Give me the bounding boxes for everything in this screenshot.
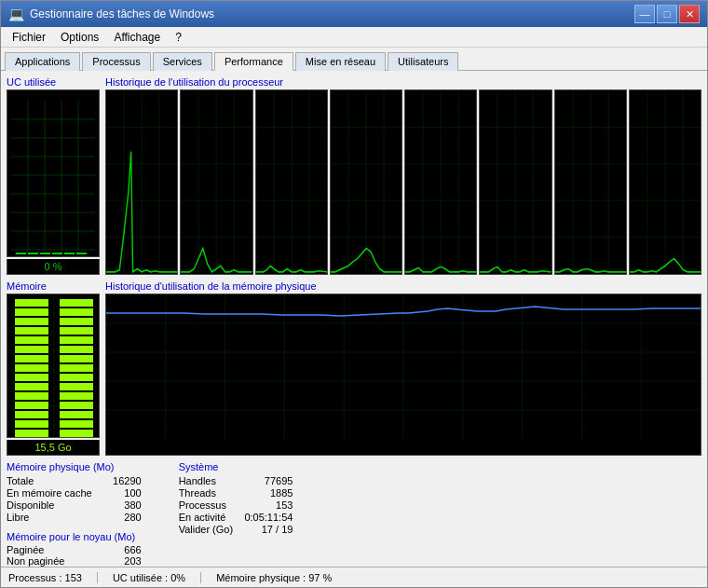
uc-bar-graph	[11, 101, 95, 254]
status-bar: Processus : 153 UC utilisée : 0% Mémoire…	[1, 567, 707, 587]
svg-rect-105	[15, 355, 48, 362]
status-memoire: Mémoire physique : 97 %	[216, 572, 347, 583]
stat-processus: Processus 153	[179, 499, 293, 511]
uc-label: UC utilisée	[7, 76, 100, 88]
stat-totale-value: 16290	[113, 475, 142, 486]
main-window: 💻 Gestionnaire des tâches de Windows — □…	[0, 0, 708, 588]
cpu-graph-4-svg	[331, 90, 402, 274]
title-bar-controls: — □ ✕	[634, 5, 700, 23]
tab-services[interactable]: Services	[153, 52, 212, 71]
svg-rect-114	[60, 392, 93, 400]
svg-rect-14	[40, 253, 50, 254]
tab-performance[interactable]: Performance	[214, 52, 293, 71]
cpu-graph-3-svg	[256, 90, 327, 274]
stat-handles: Handles 77695	[179, 475, 293, 486]
minimize-button[interactable]: —	[634, 5, 655, 23]
cpu-graph-8-svg	[630, 90, 701, 274]
mem-history-panel: Historique d'utilisation de la mémoire p…	[105, 280, 701, 456]
cpu-graph-7-svg	[555, 90, 626, 274]
svg-rect-110	[60, 374, 93, 381]
stat-cache-value: 100	[124, 487, 141, 499]
tab-utilisateurs[interactable]: Utilisateurs	[388, 52, 458, 71]
menu-options[interactable]: Options	[53, 29, 106, 46]
stat-pagine-label: Paginée	[7, 544, 44, 555]
stat-pagine: Paginée 666	[7, 544, 142, 555]
svg-rect-101	[15, 336, 48, 344]
mem-history-label: Historique d'utilisation de la mémoire p…	[105, 280, 701, 292]
svg-rect-96	[60, 308, 93, 316]
svg-rect-106	[60, 355, 93, 362]
stat-threads: Threads 1885	[179, 487, 293, 499]
menu-affichage[interactable]: Affichage	[106, 29, 168, 46]
tab-applications[interactable]: Applications	[5, 52, 80, 71]
mem-kernel-title: Mémoire pour le noyau (Mo)	[7, 531, 142, 542]
menu-fichier[interactable]: Fichier	[5, 29, 53, 46]
cpu-graph-4	[330, 89, 402, 275]
uc-value: 0 %	[7, 259, 100, 275]
mem-label: Mémoire	[7, 280, 100, 292]
mem-bar-container	[7, 294, 100, 438]
svg-rect-103	[15, 346, 48, 353]
mem-graph-svg	[106, 294, 701, 439]
stat-processus-label: Processus	[179, 499, 226, 511]
svg-rect-122	[60, 430, 93, 437]
tab-mise-en-reseau[interactable]: Mise en réseau	[295, 52, 386, 71]
system-title: Système	[179, 461, 293, 472]
tabs-bar: Applications Processus Services Performa…	[1, 48, 707, 71]
svg-rect-109	[15, 374, 48, 381]
mem-graph	[105, 294, 701, 456]
stat-en-memoire-cache: En mémoire cache 100	[7, 487, 142, 499]
stat-totale-label: Totale	[7, 475, 34, 486]
cpu-graph-5	[404, 89, 477, 275]
status-processus: Processus : 153	[8, 572, 98, 583]
cpu-graph-8	[629, 89, 701, 275]
cpu-graph-3	[255, 89, 328, 275]
svg-rect-93	[15, 299, 48, 307]
cpu-history-label: Historique de l'utilisation du processeu…	[105, 76, 701, 88]
stat-handles-value: 77695	[265, 475, 293, 486]
maximize-button[interactable]: □	[657, 5, 677, 23]
main-content: UC utilisée	[1, 71, 707, 567]
stat-non-pagine: Non paginée 203	[7, 555, 142, 567]
svg-rect-115	[15, 402, 48, 409]
stat-disponible-value: 380	[124, 499, 141, 511]
stat-handles-label: Handles	[179, 475, 216, 486]
stat-disponible: Disponible 380	[7, 499, 142, 511]
svg-rect-12	[16, 253, 26, 254]
stat-valider: Valider (Go) 17 / 19	[179, 524, 293, 535]
stat-disponible-label: Disponible	[7, 499, 54, 511]
svg-rect-17	[76, 253, 87, 254]
svg-rect-117	[15, 411, 48, 418]
stat-valider-label: Valider (Go)	[179, 524, 233, 535]
close-button[interactable]: ✕	[679, 5, 700, 23]
stat-processus-value: 153	[276, 499, 293, 511]
svg-rect-15	[52, 253, 62, 254]
stat-threads-value: 1885	[270, 487, 293, 499]
svg-rect-120	[60, 420, 93, 428]
svg-rect-97	[15, 318, 48, 325]
stat-libre-value: 280	[124, 512, 141, 523]
stat-valider-value: 17 / 19	[262, 524, 293, 535]
stats-row: Mémoire physique (Mo) Totale 16290 En mé…	[7, 461, 701, 567]
stat-activite-label: En activité	[179, 512, 226, 523]
cpu-graph-6-svg	[480, 90, 551, 274]
cpu-graph-5-svg	[405, 90, 476, 274]
stat-activite-value: 0:05:11:54	[244, 512, 293, 523]
uc-panel: UC utilisée	[7, 76, 100, 275]
uc-bar-container	[7, 89, 100, 257]
stat-en-activite: En activité 0:05:11:54	[179, 512, 293, 523]
svg-rect-111	[15, 383, 48, 390]
svg-rect-98	[60, 318, 93, 325]
svg-rect-94	[60, 299, 93, 307]
mem-phys-section: Mémoire physique (Mo) Totale 16290 En mé…	[7, 461, 142, 567]
tab-processus[interactable]: Processus	[82, 52, 150, 71]
svg-rect-107	[15, 364, 48, 372]
title-bar: 💻 Gestionnaire des tâches de Windows — □…	[1, 1, 707, 27]
cpu-graphs	[105, 89, 701, 275]
cpu-graph-7	[554, 89, 627, 275]
menu-help[interactable]: ?	[168, 29, 189, 46]
status-uc: UC utilisée : 0%	[113, 572, 201, 583]
stat-totale: Totale 16290	[7, 475, 142, 486]
svg-rect-112	[60, 383, 93, 390]
svg-rect-119	[15, 420, 48, 428]
